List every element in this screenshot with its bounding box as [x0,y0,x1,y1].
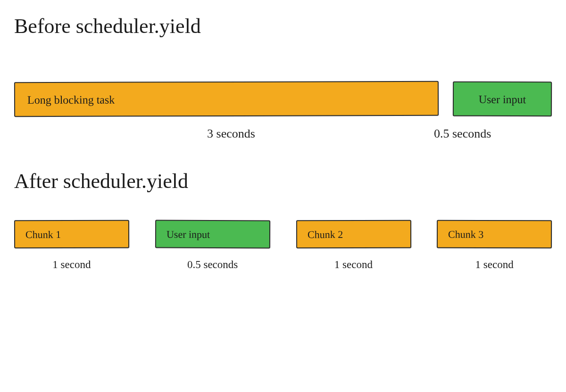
block-label: User input [479,94,526,105]
before-timeline: Long blocking task User input [14,82,552,116]
chunk-2-block: Chunk 2 [296,220,411,248]
duration-label: 1 second [14,259,129,271]
user-input-block: User input [453,81,552,116]
after-section: After scheduler.yield Chunk 1 User input… [14,169,552,271]
after-title: After scheduler.yield [14,169,552,194]
block-label: Chunk 2 [307,229,342,240]
before-section: Before scheduler.yield Long blocking tas… [14,14,552,141]
duration-label: 3 seconds [14,127,429,141]
block-label: Chunk 3 [448,229,483,239]
duration-label: 0.5 seconds [429,127,552,141]
long-blocking-task-block: Long blocking task [14,81,439,117]
after-duration-labels: 1 second 0.5 seconds 1 second 1 second [14,259,552,271]
block-label: Chunk 1 [25,229,61,240]
before-title: Before scheduler.yield [14,14,552,39]
before-duration-labels: 3 seconds 0.5 seconds [14,127,552,141]
chunk-1-block: Chunk 1 [14,220,129,248]
duration-label: 0.5 seconds [155,259,270,271]
user-input-block: User input [155,220,270,248]
block-label: Long blocking task [27,94,115,105]
block-label: User input [166,229,210,239]
duration-label: 1 second [296,259,411,271]
chunk-3-block: Chunk 3 [437,220,552,248]
duration-label: 1 second [437,259,552,271]
after-timeline: Chunk 1 User input Chunk 2 Chunk 3 [14,220,552,248]
